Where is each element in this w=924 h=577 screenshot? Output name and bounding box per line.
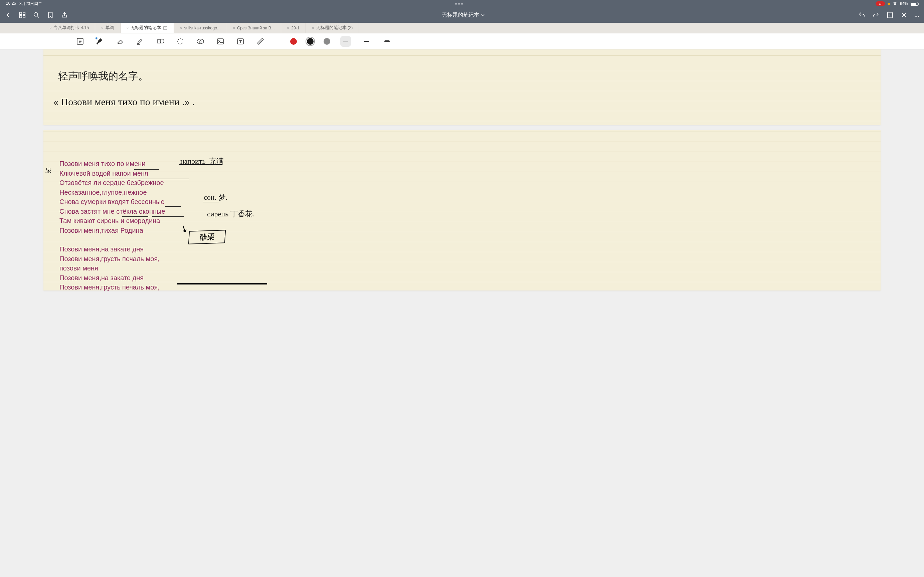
- poem-line: Позови меня,на закате дня: [60, 273, 872, 283]
- poem-line: Несказанное,глупое,нежное: [60, 188, 872, 197]
- svg-rect-12: [218, 39, 223, 44]
- underline-1: [134, 169, 159, 169]
- handwriting-line-2: « Позови меня тихо по имени .» .: [53, 96, 195, 108]
- note-page-1[interactable]: 轻声呼唤我的名字。 « Позови меня тихо по имени .»…: [44, 50, 880, 125]
- tab-label: 29-1: [291, 26, 300, 31]
- poem-line: Там кивают сирень и смородина: [60, 216, 872, 226]
- handwriting-line-1: 轻声呼唤我的名字。: [58, 69, 148, 83]
- search-icon[interactable]: [33, 11, 40, 19]
- tab-close-icon[interactable]: ×: [180, 26, 182, 30]
- underline-5: [152, 216, 184, 217]
- svg-point-4: [34, 13, 38, 16]
- underline-annotation-2: [203, 201, 219, 202]
- tab-专八单词打卡 4.15[interactable]: ×专八单词打卡 4.15: [44, 23, 95, 33]
- battery-icon: [911, 2, 918, 6]
- document-title[interactable]: 无标题的笔记本: [73, 12, 853, 19]
- poem-line: позови меня: [60, 263, 872, 273]
- undo-icon[interactable]: [858, 11, 866, 19]
- locator-dot-icon: [888, 3, 890, 5]
- pen-toolbar: ✱: [0, 34, 924, 50]
- boxed-annotation: 醋栗: [188, 230, 226, 244]
- poem-line: Позови меня,грусть печаль моя,: [60, 254, 872, 264]
- shape-tool-icon[interactable]: [155, 36, 165, 47]
- grid-view-icon[interactable]: [19, 11, 26, 19]
- tab-label: 专八单词打卡 4.15: [53, 25, 89, 31]
- svg-rect-3: [23, 16, 25, 18]
- add-page-icon[interactable]: [886, 11, 893, 19]
- chevron-down-icon: [481, 13, 485, 17]
- image-tool-icon[interactable]: [215, 36, 226, 47]
- poem-line: Отзовётся ли сердце безбрежное: [60, 178, 872, 188]
- text-tool-icon[interactable]: [235, 36, 245, 47]
- status-time: 10:26: [6, 1, 16, 7]
- poem-line: Ключевой водой напои меня: [60, 169, 872, 178]
- app-header: 无标题的笔记本: [0, 7, 924, 23]
- tab-external-icon[interactable]: [163, 26, 168, 31]
- redo-icon[interactable]: [872, 11, 880, 19]
- screen-recording-indicator[interactable]: [876, 2, 885, 6]
- color-black[interactable]: [307, 38, 314, 45]
- lasso-tool-icon[interactable]: [175, 36, 185, 47]
- poem-line: Снова сумерки входят бессонные: [60, 197, 872, 207]
- wifi-icon: [893, 2, 897, 5]
- tab-strip: ×专八单词打卡 4.15×单词×无标题的笔记本×stilistika-russk…: [0, 23, 924, 34]
- svg-point-10: [177, 39, 183, 44]
- underline-2: [105, 179, 189, 179]
- tab-close-icon[interactable]: ×: [287, 26, 289, 30]
- tab-label: 单词: [105, 25, 114, 31]
- underline-4: [122, 216, 148, 217]
- share-icon[interactable]: [61, 11, 68, 19]
- note-page-2[interactable]: 泉 напоить 充满 сон. 梦. сирень 丁香花. ↘ 醋栗 По…: [44, 130, 880, 290]
- highlighter-tool-icon[interactable]: [135, 36, 145, 47]
- underline-3: [165, 206, 181, 207]
- poem-line: Позови меня,на закате дня: [60, 244, 872, 254]
- svg-rect-0: [20, 12, 22, 15]
- status-date: 8月23日周二: [19, 1, 42, 7]
- tab-无标题的笔记本 (2)[interactable]: ×无标题的笔记本 (2): [306, 23, 359, 33]
- tab-29-1[interactable]: ×29-1: [281, 23, 306, 33]
- tab-Срез Знаний за В...[interactable]: ×Срез Знаний за В...: [227, 23, 281, 33]
- ruler-tool-icon[interactable]: [255, 36, 266, 47]
- tab-stilistika-russkogo...[interactable]: ×stilistika-russkogo...: [174, 23, 227, 33]
- stroke-thin[interactable]: [340, 36, 351, 47]
- tab-label: 无标题的笔记本: [131, 25, 161, 31]
- battery-percent: 64%: [900, 2, 908, 6]
- close-icon[interactable]: [900, 11, 908, 19]
- reader-mode-icon[interactable]: [75, 36, 85, 47]
- tab-close-icon[interactable]: ×: [312, 26, 314, 30]
- favorites-tool-icon[interactable]: [195, 36, 205, 47]
- annotation-3: сирень 丁香花.: [207, 209, 254, 219]
- eraser-tool-icon[interactable]: [115, 36, 125, 47]
- svg-rect-2: [20, 16, 22, 18]
- tab-close-icon[interactable]: ×: [127, 26, 129, 30]
- more-icon[interactable]: [914, 12, 919, 18]
- tab-单词[interactable]: ×单词: [95, 23, 120, 33]
- tab-close-icon[interactable]: ×: [233, 26, 235, 30]
- svg-rect-1: [23, 12, 25, 15]
- color-gray[interactable]: [324, 38, 330, 45]
- tab-无标题的笔记本[interactable]: ×无标题的笔记本: [121, 23, 174, 33]
- margin-note: 泉: [45, 166, 52, 174]
- poem-line: Снова застят мне стёкла оконные: [60, 207, 872, 216]
- bookmark-icon[interactable]: [47, 11, 54, 19]
- multitask-dots[interactable]: [455, 3, 463, 5]
- tab-label: 无标题的笔记本 (2): [316, 25, 353, 31]
- pen-tool-icon[interactable]: ✱: [95, 36, 105, 47]
- ipad-status-bar: 10:26 8月23日周二 64%: [0, 0, 924, 7]
- stroke-thick[interactable]: [382, 36, 392, 47]
- stroke-medium[interactable]: [361, 36, 372, 47]
- underline-annotation-1: [179, 164, 222, 165]
- canvas-workspace[interactable]: 轻声呼唤我的名字。 « Позови меня тихо по имени .»…: [0, 50, 924, 577]
- tab-close-icon[interactable]: ×: [101, 26, 103, 30]
- ruler-bar[interactable]: [177, 283, 267, 285]
- tab-label: Срез Знаний за В...: [237, 26, 275, 31]
- color-red[interactable]: [290, 38, 297, 45]
- tab-label: stilistika-russkogo...: [184, 26, 221, 31]
- back-icon[interactable]: [5, 11, 12, 19]
- tab-close-icon[interactable]: ×: [49, 26, 52, 30]
- annotation-2: сон. 梦.: [204, 192, 227, 202]
